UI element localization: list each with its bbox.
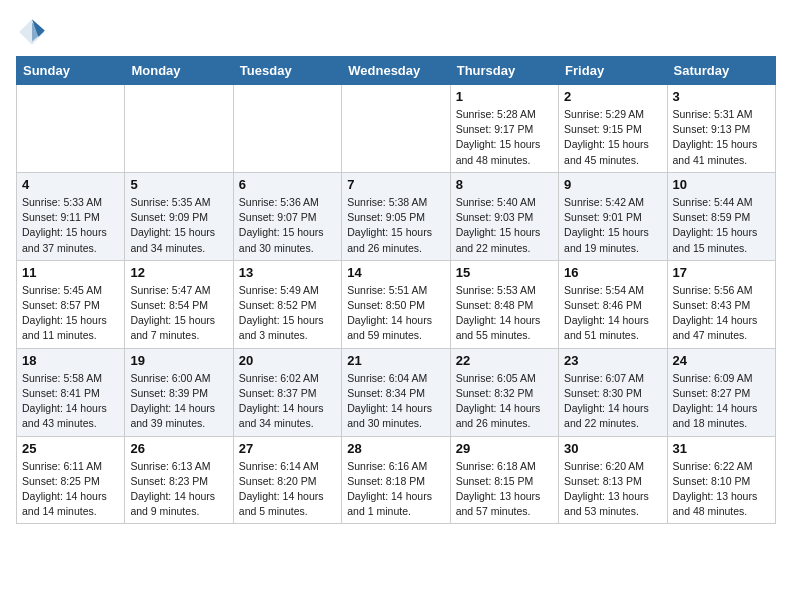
calendar-cell: 3Sunrise: 5:31 AM Sunset: 9:13 PM Daylig… [667,85,775,173]
day-number: 28 [347,441,444,456]
day-number: 29 [456,441,553,456]
header-day-friday: Friday [559,57,667,85]
day-info: Sunrise: 6:09 AM Sunset: 8:27 PM Dayligh… [673,371,770,432]
day-info: Sunrise: 6:00 AM Sunset: 8:39 PM Dayligh… [130,371,227,432]
calendar-cell: 6Sunrise: 5:36 AM Sunset: 9:07 PM Daylig… [233,172,341,260]
day-info: Sunrise: 5:56 AM Sunset: 8:43 PM Dayligh… [673,283,770,344]
calendar-cell: 17Sunrise: 5:56 AM Sunset: 8:43 PM Dayli… [667,260,775,348]
calendar-cell [342,85,450,173]
day-number: 23 [564,353,661,368]
header-day-sunday: Sunday [17,57,125,85]
day-info: Sunrise: 5:31 AM Sunset: 9:13 PM Dayligh… [673,107,770,168]
calendar-cell: 25Sunrise: 6:11 AM Sunset: 8:25 PM Dayli… [17,436,125,524]
calendar-body: 1Sunrise: 5:28 AM Sunset: 9:17 PM Daylig… [17,85,776,524]
calendar-cell [233,85,341,173]
header-row: SundayMondayTuesdayWednesdayThursdayFrid… [17,57,776,85]
calendar-cell: 29Sunrise: 6:18 AM Sunset: 8:15 PM Dayli… [450,436,558,524]
week-row-2: 4Sunrise: 5:33 AM Sunset: 9:11 PM Daylig… [17,172,776,260]
calendar-cell: 1Sunrise: 5:28 AM Sunset: 9:17 PM Daylig… [450,85,558,173]
day-number: 7 [347,177,444,192]
calendar-cell: 9Sunrise: 5:42 AM Sunset: 9:01 PM Daylig… [559,172,667,260]
calendar-cell [125,85,233,173]
week-row-4: 18Sunrise: 5:58 AM Sunset: 8:41 PM Dayli… [17,348,776,436]
day-info: Sunrise: 5:47 AM Sunset: 8:54 PM Dayligh… [130,283,227,344]
calendar-cell: 24Sunrise: 6:09 AM Sunset: 8:27 PM Dayli… [667,348,775,436]
header-day-tuesday: Tuesday [233,57,341,85]
header-day-thursday: Thursday [450,57,558,85]
day-number: 10 [673,177,770,192]
day-info: Sunrise: 5:54 AM Sunset: 8:46 PM Dayligh… [564,283,661,344]
calendar-cell: 10Sunrise: 5:44 AM Sunset: 8:59 PM Dayli… [667,172,775,260]
day-number: 14 [347,265,444,280]
logo [16,16,52,48]
calendar-cell: 23Sunrise: 6:07 AM Sunset: 8:30 PM Dayli… [559,348,667,436]
calendar-cell: 13Sunrise: 5:49 AM Sunset: 8:52 PM Dayli… [233,260,341,348]
calendar-cell: 30Sunrise: 6:20 AM Sunset: 8:13 PM Dayli… [559,436,667,524]
day-number: 27 [239,441,336,456]
day-number: 4 [22,177,119,192]
logo-icon [16,16,48,48]
calendar-cell: 26Sunrise: 6:13 AM Sunset: 8:23 PM Dayli… [125,436,233,524]
day-number: 24 [673,353,770,368]
day-number: 19 [130,353,227,368]
day-info: Sunrise: 5:35 AM Sunset: 9:09 PM Dayligh… [130,195,227,256]
calendar-cell: 31Sunrise: 6:22 AM Sunset: 8:10 PM Dayli… [667,436,775,524]
day-info: Sunrise: 6:16 AM Sunset: 8:18 PM Dayligh… [347,459,444,520]
day-number: 30 [564,441,661,456]
day-info: Sunrise: 6:18 AM Sunset: 8:15 PM Dayligh… [456,459,553,520]
calendar-cell: 12Sunrise: 5:47 AM Sunset: 8:54 PM Dayli… [125,260,233,348]
day-info: Sunrise: 5:40 AM Sunset: 9:03 PM Dayligh… [456,195,553,256]
day-info: Sunrise: 5:49 AM Sunset: 8:52 PM Dayligh… [239,283,336,344]
day-info: Sunrise: 5:38 AM Sunset: 9:05 PM Dayligh… [347,195,444,256]
calendar-cell: 28Sunrise: 6:16 AM Sunset: 8:18 PM Dayli… [342,436,450,524]
calendar-cell: 22Sunrise: 6:05 AM Sunset: 8:32 PM Dayli… [450,348,558,436]
day-info: Sunrise: 6:04 AM Sunset: 8:34 PM Dayligh… [347,371,444,432]
day-number: 2 [564,89,661,104]
day-number: 13 [239,265,336,280]
day-number: 8 [456,177,553,192]
day-info: Sunrise: 5:51 AM Sunset: 8:50 PM Dayligh… [347,283,444,344]
day-info: Sunrise: 5:42 AM Sunset: 9:01 PM Dayligh… [564,195,661,256]
day-number: 26 [130,441,227,456]
calendar-cell: 2Sunrise: 5:29 AM Sunset: 9:15 PM Daylig… [559,85,667,173]
calendar-cell: 5Sunrise: 5:35 AM Sunset: 9:09 PM Daylig… [125,172,233,260]
header-day-saturday: Saturday [667,57,775,85]
day-info: Sunrise: 5:53 AM Sunset: 8:48 PM Dayligh… [456,283,553,344]
day-number: 12 [130,265,227,280]
day-number: 3 [673,89,770,104]
day-number: 17 [673,265,770,280]
calendar-cell: 20Sunrise: 6:02 AM Sunset: 8:37 PM Dayli… [233,348,341,436]
day-number: 15 [456,265,553,280]
calendar-cell: 7Sunrise: 5:38 AM Sunset: 9:05 PM Daylig… [342,172,450,260]
day-info: Sunrise: 6:11 AM Sunset: 8:25 PM Dayligh… [22,459,119,520]
day-info: Sunrise: 5:45 AM Sunset: 8:57 PM Dayligh… [22,283,119,344]
calendar-cell: 15Sunrise: 5:53 AM Sunset: 8:48 PM Dayli… [450,260,558,348]
week-row-1: 1Sunrise: 5:28 AM Sunset: 9:17 PM Daylig… [17,85,776,173]
day-number: 31 [673,441,770,456]
calendar-cell [17,85,125,173]
header-day-wednesday: Wednesday [342,57,450,85]
calendar-cell: 21Sunrise: 6:04 AM Sunset: 8:34 PM Dayli… [342,348,450,436]
calendar-cell: 14Sunrise: 5:51 AM Sunset: 8:50 PM Dayli… [342,260,450,348]
day-info: Sunrise: 5:44 AM Sunset: 8:59 PM Dayligh… [673,195,770,256]
day-info: Sunrise: 6:07 AM Sunset: 8:30 PM Dayligh… [564,371,661,432]
day-info: Sunrise: 5:58 AM Sunset: 8:41 PM Dayligh… [22,371,119,432]
day-number: 1 [456,89,553,104]
page-header [16,16,776,48]
day-info: Sunrise: 6:22 AM Sunset: 8:10 PM Dayligh… [673,459,770,520]
calendar-cell: 8Sunrise: 5:40 AM Sunset: 9:03 PM Daylig… [450,172,558,260]
calendar-header: SundayMondayTuesdayWednesdayThursdayFrid… [17,57,776,85]
day-info: Sunrise: 6:02 AM Sunset: 8:37 PM Dayligh… [239,371,336,432]
day-number: 21 [347,353,444,368]
calendar-table: SundayMondayTuesdayWednesdayThursdayFrid… [16,56,776,524]
day-number: 9 [564,177,661,192]
day-info: Sunrise: 5:33 AM Sunset: 9:11 PM Dayligh… [22,195,119,256]
day-number: 18 [22,353,119,368]
day-number: 16 [564,265,661,280]
day-number: 5 [130,177,227,192]
day-info: Sunrise: 6:05 AM Sunset: 8:32 PM Dayligh… [456,371,553,432]
calendar-cell: 11Sunrise: 5:45 AM Sunset: 8:57 PM Dayli… [17,260,125,348]
day-info: Sunrise: 5:36 AM Sunset: 9:07 PM Dayligh… [239,195,336,256]
day-info: Sunrise: 6:20 AM Sunset: 8:13 PM Dayligh… [564,459,661,520]
day-info: Sunrise: 6:14 AM Sunset: 8:20 PM Dayligh… [239,459,336,520]
